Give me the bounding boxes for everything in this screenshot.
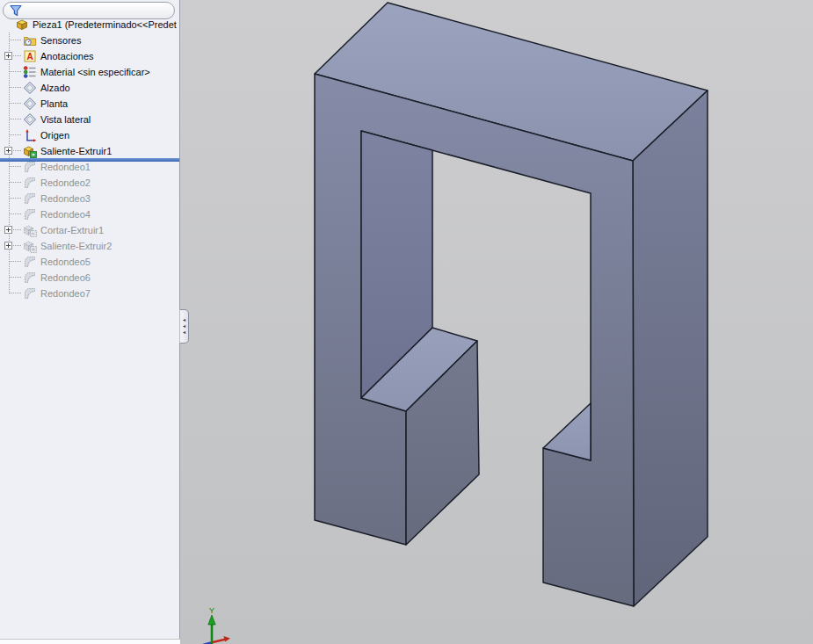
feature-tree-panel: Pieza1 (Predeterminado<<Predet Sensores … xyxy=(0,0,180,639)
tree-connector xyxy=(10,182,21,183)
sensors-folder-icon xyxy=(23,33,37,47)
tree-item-label: Vista lateral xyxy=(40,114,91,125)
rollback-bar[interactable] xyxy=(0,158,179,162)
filter-funnel-icon xyxy=(9,4,23,18)
panel-splitter-handle[interactable]: ◂ ◂ ◂ xyxy=(179,309,189,344)
status-bar xyxy=(0,639,180,644)
tree-item-planta[interactable]: Planta xyxy=(0,96,179,112)
tree-item-redondeo4[interactable]: Redondeo4 xyxy=(0,206,179,222)
tree-item-label: Redondeo5 xyxy=(40,257,91,267)
fillet-icon xyxy=(23,255,37,269)
tree-item-label: Alzado xyxy=(40,83,70,93)
tree-item-redondeo5[interactable]: Redondeo5 xyxy=(0,254,179,270)
tree-item-label: Sensores xyxy=(40,35,81,46)
tree-item-label: Anotaciones xyxy=(40,51,94,62)
material-icon xyxy=(23,65,37,79)
graphics-viewport[interactable]: Y xyxy=(180,0,813,644)
tree-connector xyxy=(10,134,21,135)
tree-item-sensores[interactable]: Sensores xyxy=(0,33,179,48)
tree-item-redondeo7[interactable]: Redondeo7 xyxy=(0,286,179,301)
tree-item-material-sin-especificar[interactable]: Material <sin especificar> xyxy=(0,64,179,80)
tree-connector xyxy=(10,261,21,262)
triad-y-arrowhead xyxy=(208,615,215,625)
tree-item-label: Pieza1 (Predeterminado<<Predet xyxy=(33,19,177,30)
expander-plus-icon[interactable] xyxy=(4,226,12,234)
tree-item-origen[interactable]: Origen xyxy=(0,127,179,143)
tree-item-label: Saliente-Extruir2 xyxy=(40,241,112,251)
cut-extrude-icon xyxy=(23,223,37,237)
tree-item-pieza1-predeterminado-predet[interactable]: Pieza1 (Predeterminado<<Predet xyxy=(0,17,179,33)
tree-item-label: Redondeo1 xyxy=(40,162,91,172)
annotations-icon: A xyxy=(23,49,37,63)
fillet-icon xyxy=(23,176,37,190)
tree-item-label: Redondeo2 xyxy=(40,177,91,188)
expander-plus-icon[interactable] xyxy=(4,147,12,155)
tree-connector xyxy=(10,119,21,119)
plane-icon xyxy=(23,97,37,111)
fillet-icon xyxy=(23,192,37,206)
tree-connector xyxy=(10,71,21,72)
svg-text:A: A xyxy=(26,52,33,62)
fillet-icon xyxy=(23,207,37,221)
origin-icon xyxy=(23,128,37,142)
tree-item-redondeo3[interactable]: Redondeo3 xyxy=(0,191,179,206)
expander-plus-icon[interactable] xyxy=(4,242,12,250)
tree-item-label: Cortar-Extruir1 xyxy=(40,225,104,235)
boss-extrude-icon xyxy=(23,239,37,253)
plane-icon xyxy=(23,81,37,95)
part-icon xyxy=(15,18,29,32)
model-3d[interactable]: Y xyxy=(180,0,813,644)
tree-connector xyxy=(10,198,21,199)
triad-x-arrowhead xyxy=(224,636,231,642)
tree-connector xyxy=(10,103,21,104)
tree-item-cortar-extruir1[interactable]: Cortar-Extruir1 xyxy=(0,222,179,238)
plane-icon xyxy=(23,112,37,127)
fillet-icon xyxy=(23,286,37,300)
collapse-arrow-icon: ◂ xyxy=(183,324,185,329)
tree-item-redondeo2[interactable]: Redondeo2 xyxy=(0,175,179,191)
tree-item-label: Redondeo3 xyxy=(40,193,91,204)
tree-item-anotaciones[interactable]: AAnotaciones xyxy=(0,48,179,64)
model-face-right-side[interactable] xyxy=(633,90,708,606)
tree-connector xyxy=(10,213,21,214)
tree-connector xyxy=(10,40,21,40)
tree-item-saliente-extruir1[interactable]: Saliente-Extruir1 xyxy=(0,143,179,159)
tree-item-redondeo6[interactable]: Redondeo6 xyxy=(0,270,179,286)
triad-x-axis xyxy=(213,640,226,643)
tree-item-label: Redondeo4 xyxy=(40,209,91,220)
triad-y-label: Y xyxy=(209,605,215,615)
expander-plus-icon[interactable] xyxy=(4,52,12,60)
boss-extrude-icon xyxy=(23,144,37,158)
origin-triad: Y xyxy=(203,605,230,644)
tree-item-label: Saliente-Extruir1 xyxy=(40,146,112,156)
tree-connector xyxy=(10,87,21,88)
tree-item-label: Origen xyxy=(40,130,69,141)
tree-item-alzado[interactable]: Alzado xyxy=(0,80,179,96)
tree-item-saliente-extruir2[interactable]: Saliente-Extruir2 xyxy=(0,238,179,254)
fillet-icon xyxy=(23,271,37,285)
tree-item-label: Redondeo7 xyxy=(40,288,91,299)
tree-item-label: Redondeo6 xyxy=(40,272,91,283)
tree-item-vista-lateral[interactable]: Vista lateral xyxy=(0,112,179,127)
tree-connector xyxy=(10,293,21,293)
feature-tree: Pieza1 (Predeterminado<<Predet Sensores … xyxy=(0,17,179,301)
fillet-icon xyxy=(23,160,37,174)
collapse-arrow-icon: ◂ xyxy=(183,330,185,335)
tree-item-label: Planta xyxy=(40,98,68,109)
collapse-arrow-icon: ◂ xyxy=(183,318,185,322)
tree-item-label: Material <sin especificar> xyxy=(40,67,150,77)
tree-connector xyxy=(10,166,21,167)
tree-connector xyxy=(10,277,21,278)
